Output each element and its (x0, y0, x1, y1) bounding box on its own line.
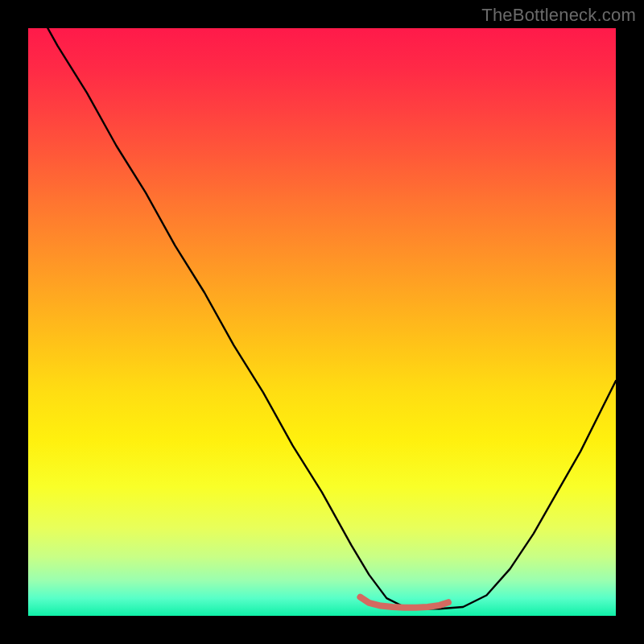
flat-bottom-segment (360, 597, 448, 608)
watermark-text: TheBottleneck.com (481, 5, 636, 26)
bottleneck-curve (28, 28, 616, 609)
chart-svg (28, 28, 616, 616)
plot-area (28, 28, 616, 616)
chart-frame: TheBottleneck.com (0, 0, 644, 644)
